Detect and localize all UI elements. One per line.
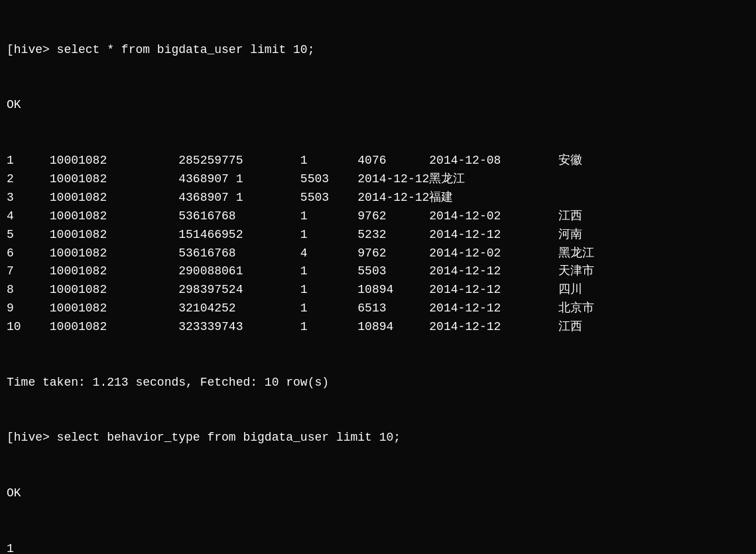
table-row: 4 10001082 53616768 1 9762 2014-12-02 江西 [7,207,749,226]
command-1: [hive> select * from bigdata_user limit … [7,41,749,60]
time-1: Time taken: 1.213 seconds, Fetched: 10 r… [7,374,749,392]
terminal-window: [hive> select * from bigdata_user limit … [7,4,749,554]
ok-2: OK [7,484,749,503]
table-row: 2 10001082 4368907 1 5503 2014-12-12黑龙江 [7,170,749,189]
table-row: 10 10001082 323339743 1 10894 2014-12-12… [7,318,749,337]
command-2: [hive> select behavior_type from bigdata… [7,429,749,447]
table-row: 6 10001082 53616768 4 9762 2014-12-02 黑龙… [7,245,749,263]
table-row: 7 10001082 290088061 1 5503 2014-12-12 天… [7,262,749,281]
table-row: 3 10001082 4368907 1 5503 2014-12-12福建 [7,189,749,207]
list-item: 1 [7,540,749,554]
table-row: 9 10001082 32104252 1 6513 2014-12-12 北京… [7,300,749,318]
table-row: 1 10001082 285259775 1 4076 2014-12-08 安… [7,152,749,170]
table-row: 8 10001082 298397524 1 10894 2014-12-12 … [7,281,749,300]
table-row: 5 10001082 151466952 1 5232 2014-12-12 河… [7,226,749,245]
data-table-1: 1 10001082 285259775 1 4076 2014-12-08 安… [7,152,749,337]
data-table-2: 1111141111 [7,540,749,554]
ok-1: OK [7,96,749,115]
